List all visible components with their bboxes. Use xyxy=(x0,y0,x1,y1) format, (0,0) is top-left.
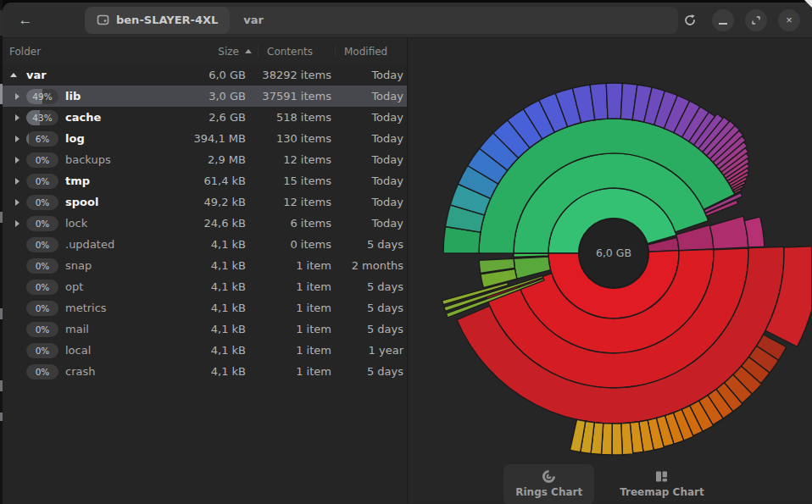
size-cell: 61,4 kB xyxy=(164,174,246,187)
folder-name: lock xyxy=(65,217,164,230)
contents-cell: 130 items xyxy=(246,132,331,145)
folder-name: tmp xyxy=(65,174,164,187)
expander-icon[interactable] xyxy=(11,199,23,206)
table-header: Folder Size Contents Modified xyxy=(3,38,407,64)
background-window-fragment xyxy=(0,413,3,421)
modified-cell: Today xyxy=(331,90,407,102)
expander-icon[interactable] xyxy=(11,114,23,121)
folder-name: opt xyxy=(65,280,164,293)
expander-icon[interactable] xyxy=(11,220,23,227)
modified-cell: 5 days xyxy=(331,302,407,314)
contents-cell: 1 item xyxy=(246,323,331,335)
table-row[interactable]: var6,0 GB38292 itemsToday xyxy=(3,64,407,86)
breadcrumb-device[interactable]: ben-SLAYER-4XL xyxy=(85,7,230,34)
column-header-folder[interactable]: Folder xyxy=(3,46,164,58)
table-row[interactable]: 0%lock24,6 kB6 itemsToday xyxy=(3,213,407,234)
drive-harddisk-icon xyxy=(97,14,109,26)
table-row[interactable]: 0%tmp61,4 kB15 itemsToday xyxy=(3,170,407,191)
folder-name: .updated xyxy=(65,238,164,251)
modified-cell: Today xyxy=(331,217,407,230)
table-row[interactable]: 0%opt4,1 kB1 item5 days xyxy=(3,276,407,297)
table-row[interactable]: 0%local4,1 kB1 item1 year xyxy=(3,340,407,361)
usage-pill: 49% xyxy=(26,89,58,104)
maximize-button[interactable] xyxy=(745,9,767,31)
chart-panel: 6,0 GB Rings Chart xyxy=(408,38,812,503)
expander-icon[interactable] xyxy=(8,73,19,77)
rings-chart: 6,0 GB xyxy=(408,38,811,503)
chart-total-label: 6,0 GB xyxy=(596,246,631,259)
table-row[interactable]: 0%backups2,9 MB12 itemsToday xyxy=(3,149,407,170)
table-row[interactable]: 49%lib3,0 GB37591 itemsToday xyxy=(3,86,407,107)
modified-cell: Today xyxy=(331,196,407,208)
refresh-button[interactable] xyxy=(679,9,701,31)
sort-ascending-icon[interactable] xyxy=(239,49,258,53)
expander-icon[interactable] xyxy=(11,157,23,163)
usage-pill: 0% xyxy=(26,152,58,168)
folder-name: spool xyxy=(65,196,164,208)
expander-icon[interactable] xyxy=(11,93,23,100)
background-window-fragment xyxy=(0,212,3,223)
modified-cell: Today xyxy=(331,174,407,187)
app-window: ← ben-SLAYER-4XL var xyxy=(3,3,812,504)
table-row[interactable]: 6%log394,1 MB130 itemsToday xyxy=(3,128,407,149)
size-cell: 3,0 GB xyxy=(164,90,246,102)
background-window-fragment xyxy=(0,308,3,319)
treemap-chart-icon xyxy=(654,469,669,484)
folder-name: backups xyxy=(65,153,164,166)
usage-pill: 6% xyxy=(26,131,58,147)
chart-segment[interactable] xyxy=(514,253,548,257)
minimize-button[interactable] xyxy=(712,9,734,31)
column-header-size[interactable]: Size xyxy=(164,46,239,58)
contents-cell: 38292 items xyxy=(246,69,331,81)
back-button[interactable]: ← xyxy=(13,8,38,33)
usage-pill: 0% xyxy=(26,322,58,337)
usage-pill: 0% xyxy=(26,195,58,210)
folder-list-panel: Folder Size Contents Modified var6,0 GB3… xyxy=(3,38,408,503)
chart-segment[interactable] xyxy=(612,424,622,455)
size-cell: 4,1 kB xyxy=(164,302,246,314)
usage-pill: 0% xyxy=(26,364,58,379)
size-cell: 2,9 MB xyxy=(164,153,246,166)
size-cell: 4,1 kB xyxy=(164,344,246,357)
background-window-fragment xyxy=(0,10,3,36)
contents-cell: 1 item xyxy=(246,365,331,378)
usage-pill: 0% xyxy=(26,174,58,189)
chart-segment[interactable] xyxy=(606,83,622,119)
usage-pill: 0% xyxy=(26,237,58,252)
modified-cell: Today xyxy=(331,153,407,166)
window-controls: × xyxy=(679,9,800,31)
size-cell: 4,1 kB xyxy=(164,323,246,335)
table-row[interactable]: 0%metrics4,1 kB1 item5 days xyxy=(3,297,407,318)
expander-icon[interactable] xyxy=(11,136,23,142)
minimize-icon xyxy=(719,23,727,25)
chart-type-switcher: Rings Chart Treemap Chart xyxy=(408,464,812,503)
folder-name: lib xyxy=(65,90,164,102)
close-button[interactable]: × xyxy=(778,9,800,31)
expander-icon[interactable] xyxy=(11,178,23,185)
rings-chart-button[interactable]: Rings Chart xyxy=(503,464,594,504)
table-row[interactable]: 0%mail4,1 kB1 item5 days xyxy=(3,318,407,340)
usage-pill: 0% xyxy=(26,343,58,358)
treemap-chart-button[interactable]: Treemap Chart xyxy=(608,464,716,504)
column-header-contents[interactable]: Contents xyxy=(258,46,335,58)
size-cell: 4,1 kB xyxy=(164,259,246,272)
folder-name: local xyxy=(65,344,164,357)
table-row[interactable]: 0%snap4,1 kB1 item2 months xyxy=(3,255,407,276)
size-cell: 4,1 kB xyxy=(164,365,246,378)
chart-segment[interactable] xyxy=(709,216,748,249)
modified-cell: 5 days xyxy=(331,365,407,378)
modified-cell: 5 days xyxy=(331,323,407,335)
table-row[interactable]: 0%.updated4,1 kB0 items5 days xyxy=(3,234,407,255)
rings-chart-label: Rings Chart xyxy=(515,486,582,498)
size-cell: 2,6 GB xyxy=(164,111,246,124)
usage-pill: 0% xyxy=(26,301,58,316)
breadcrumb-folder[interactable]: var xyxy=(230,14,277,26)
expand-icon xyxy=(750,14,762,26)
column-header-modified[interactable]: Modified xyxy=(335,46,407,58)
table-row[interactable]: 43%cache2,6 GB518 itemsToday xyxy=(3,107,407,128)
contents-cell: 12 items xyxy=(246,196,331,208)
table-row[interactable]: 0%crash4,1 kB1 item5 days xyxy=(3,361,407,382)
table-row[interactable]: 0%spool49,2 kB12 itemsToday xyxy=(3,191,407,213)
contents-cell: 37591 items xyxy=(246,90,331,102)
titlebar: ← ben-SLAYER-4XL var xyxy=(3,3,812,38)
